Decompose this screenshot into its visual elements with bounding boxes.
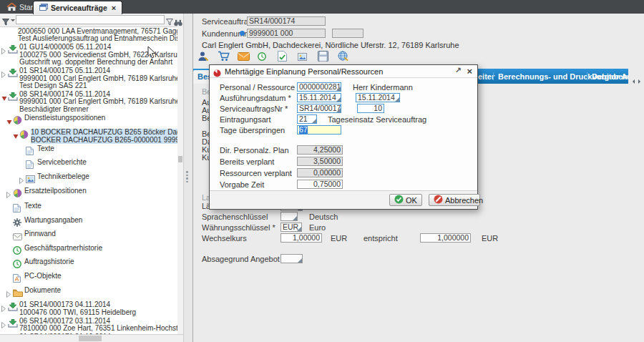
tree-item-lines: Texte	[24, 202, 179, 210]
tree-item[interactable]: PC-Objekte	[0, 273, 179, 285]
expand-arrow-icon[interactable]	[1, 67, 8, 81]
cart-icon[interactable]	[218, 51, 238, 63]
absagegrund-field[interactable]	[280, 254, 303, 263]
maximize-icon[interactable]: ↗	[455, 66, 462, 75]
personalz-plan-label: Dir. Personalz. Plan	[220, 146, 289, 155]
splitter-handle[interactable]	[186, 170, 188, 184]
tree-item[interactable]: Technikerbelege	[0, 173, 179, 187]
tree-item-line: Serviceberichte	[37, 159, 179, 166]
tree-item[interactable]: Pinnwand	[0, 230, 179, 243]
tree-item-line: Dokumente	[24, 287, 179, 294]
serviceauftragsnr-field: SR14/000174	[247, 16, 326, 26]
globe-icon[interactable]	[338, 51, 358, 63]
tab-fragment[interactable]: eiter	[478, 72, 494, 81]
tab-close-icon[interactable]: ×	[112, 4, 116, 12]
folder-icon	[13, 287, 24, 300]
tree-item[interactable]: 01 SR14/000173 04.11.20141000476 000 TWI…	[0, 301, 179, 316]
eintragungsart-field[interactable]: 21	[297, 114, 317, 124]
order-field[interactable]: SR14/000174	[297, 104, 341, 113]
tree-item-lines: Dokumente	[24, 287, 179, 294]
tree-item[interactable]: Ersatzteilpositionen	[0, 187, 179, 201]
tree-horizontal-scrollbar[interactable]	[0, 334, 183, 342]
envelope-icon[interactable]	[238, 51, 258, 63]
tab-separator	[587, 72, 587, 80]
tree-item[interactable]: Texte	[0, 145, 179, 158]
waehrungsschluessel-field[interactable]: EUR	[280, 223, 302, 232]
tabbar-scroll-right-icon[interactable]	[638, 74, 643, 87]
hscroll-thumb[interactable]	[79, 336, 102, 341]
wechselkurs-mid: entspricht	[364, 234, 398, 243]
wechselkurs-unit2: EUR	[482, 234, 498, 243]
info-icon[interactable]	[240, 31, 245, 36]
order-position-field[interactable]: 10	[357, 104, 384, 113]
tree-filter-bar	[0, 14, 192, 27]
tree-item-line: Texte	[37, 145, 179, 152]
tree-item[interactable]: 06 SR14/000172 03.11.20147810000 000 Zoe…	[0, 318, 179, 333]
bereits-verplant-field: 3,50000	[297, 157, 343, 166]
dialog-footer: OK Abbrechen	[210, 190, 477, 209]
tree-item[interactable]: Geschäftspartnerhistorie	[0, 245, 179, 258]
tab-debitor-auftrag[interactable]: Debitor Auftrag	[592, 72, 628, 81]
kundennummer-suffix-field	[332, 29, 364, 38]
scroll-right-icon[interactable]	[177, 336, 181, 342]
close-icon[interactable]: ×	[467, 66, 472, 77]
tage-ueberspringen-field[interactable]: 67	[297, 125, 341, 135]
tree-item[interactable]: Dokumente	[0, 287, 179, 301]
tree-item-lines: Auftragshistorie	[24, 258, 179, 265]
tree-vertical-scrollbar[interactable]	[177, 26, 183, 342]
tree-item[interactable]: Texte	[0, 202, 179, 215]
date-to-field[interactable]: 15.11.2014	[356, 93, 400, 102]
cancel-button[interactable]: Abbrechen	[429, 194, 480, 206]
tree-item[interactable]: Dienstleistungspositionen	[0, 114, 179, 128]
dialog-titlebar[interactable]: Mehrtägige Einplanung Personal/Ressource…	[210, 65, 477, 78]
date-from-field[interactable]: 15.11.2014	[297, 93, 341, 102]
eintragungsart-label: Eintragungsart	[220, 115, 271, 124]
tree-item[interactable]: Wartungsangaben	[0, 217, 179, 230]
arrow-spacer	[6, 273, 13, 273]
tree-item-line: 10 BÖCKER DACHAUFZUG B265 Böcker Dachauf…	[31, 129, 179, 136]
collapse-arrow-icon[interactable]	[6, 114, 13, 128]
expand-arrow-icon[interactable]	[19, 173, 26, 187]
doc-check-icon[interactable]	[278, 51, 298, 63]
ressourcen-verplant-label: Ressourcen verplant	[220, 169, 292, 177]
tree-item-line: 06 SR14/000172 03.11.2014	[19, 318, 179, 325]
ok-button[interactable]: OK	[389, 194, 422, 206]
history-icon[interactable]	[258, 51, 278, 63]
tree-item[interactable]: Auftragshistorie	[0, 258, 179, 271]
scroll-left-icon[interactable]	[1, 336, 6, 342]
expand-arrow-icon[interactable]	[1, 301, 8, 315]
expand-arrow-icon[interactable]	[1, 44, 8, 57]
search-input[interactable]	[16, 15, 165, 24]
tree-item[interactable]: 2000650 000 LAA Eventmanagement, 76571 G…	[0, 28, 179, 43]
image-icon[interactable]	[298, 51, 318, 63]
vscroll-thumb[interactable]	[178, 156, 182, 162]
tree-item-line: Technikerbelege	[37, 173, 179, 180]
expand-arrow-icon[interactable]	[1, 318, 8, 331]
personal-field[interactable]: 0000000281	[297, 82, 341, 92]
tree-item[interactable]: 10 BÖCKER DACHAUFZUG B265 Böcker Dachauf…	[0, 129, 179, 144]
tree-item-line: 9999001 000 Carl Englert GmbH, 76189 Kar…	[19, 75, 179, 82]
collapse-arrow-icon[interactable]	[13, 129, 19, 142]
expand-arrow-icon[interactable]	[6, 187, 13, 201]
collapse-arrow-icon[interactable]	[1, 91, 8, 104]
wechselkurs-field[interactable]: 1,00000	[280, 233, 322, 243]
filter-caret-icon[interactable]	[11, 19, 15, 24]
tab-serviceauftraege[interactable]: Serviceaufträge ×	[33, 1, 122, 14]
user-icon[interactable]	[197, 51, 218, 63]
history-icon	[13, 245, 24, 258]
eintragungsart-desc: Tageseinsatz Serviceauftrag	[328, 115, 426, 124]
tree-item-line: 7810000 000 Zoe Hart, 76351 Linkenheim-H…	[19, 325, 179, 332]
save-icon[interactable]	[318, 51, 338, 63]
tree-item-line: Pinnwand	[24, 230, 179, 238]
wechselkurs-field2[interactable]: 1,000000	[420, 233, 471, 243]
vorgabe-zeit-field[interactable]: 0,75000	[297, 180, 343, 189]
sprachenschluessel-field[interactable]	[280, 212, 298, 221]
tree-item[interactable]: Serviceberichte	[0, 159, 179, 172]
tree-item[interactable]: 08 SR14/000174 05.11.20149999001 000 Car…	[0, 91, 179, 113]
tree-item[interactable]: 01 SR14/000175 05.11.20149999001 000 Car…	[0, 67, 179, 89]
home-icon	[7, 3, 16, 12]
panel-splitter[interactable]	[183, 14, 193, 342]
tree-item-line: Texte	[24, 202, 179, 210]
expand-arrow-icon[interactable]	[6, 287, 13, 301]
tabbar-scroll-left-icon[interactable]	[630, 74, 635, 87]
